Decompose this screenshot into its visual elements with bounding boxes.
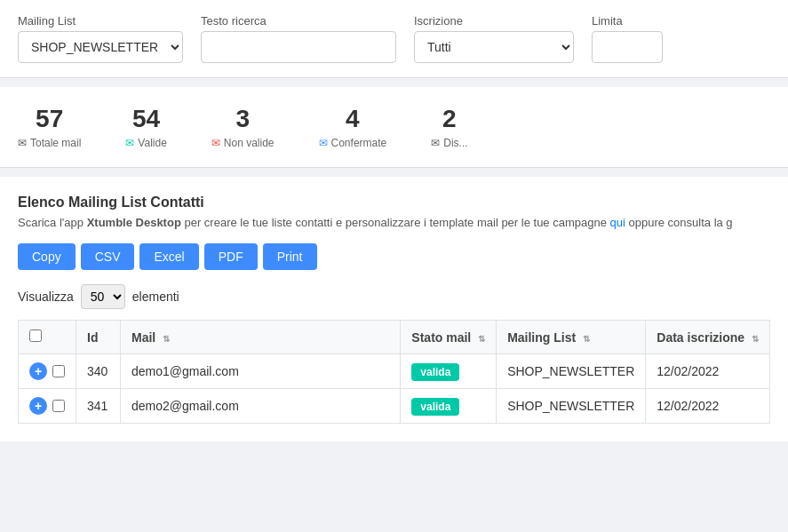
testo-ricerca-input[interactable] <box>201 31 396 63</box>
row-actions-cell: + <box>19 354 76 389</box>
row-actions: + <box>29 397 65 415</box>
stat-confermate-number: 4 <box>346 105 360 133</box>
row-actions: + <box>29 362 65 380</box>
table-row: + 341 demo2@gmail.com valida SHOP_NEWSLE… <box>19 389 770 424</box>
stat-confermate: 4 ✉ Confermate <box>319 105 387 149</box>
mail-sort-icon[interactable]: ⇅ <box>163 334 170 344</box>
iscrizione-filter: Iscrizione Tutti <box>414 14 574 63</box>
contacts-table: Id Mail ⇅ Stato mail ⇅ Mailing List ⇅ Da… <box>18 320 770 424</box>
elementi-label: elementi <box>132 290 179 304</box>
mail-icon: ✉ <box>18 137 27 149</box>
mail-valide-icon: ✉ <box>125 137 134 149</box>
stat-totale-label: ✉ Totale mail <box>18 137 81 149</box>
testo-ricerca-label: Testo ricerca <box>201 14 396 28</box>
cell-mail: demo1@gmail.com <box>121 354 401 389</box>
cell-mail: demo2@gmail.com <box>121 389 401 424</box>
add-row-button[interactable]: + <box>29 362 47 380</box>
print-button[interactable]: Print <box>263 243 317 270</box>
section-title: Elenco Mailing List Contatti <box>18 195 770 210</box>
visualizza-row: Visualizza 50 elementi <box>18 284 770 309</box>
mailing-list-select[interactable]: SHOP_NEWSLETTER <box>18 31 183 63</box>
cell-stato: valida <box>401 354 497 389</box>
stats-bar: 57 ✉ Totale mail 54 ✉ Valide 3 ✉ Non val… <box>0 87 788 168</box>
stat-totale: 57 ✉ Totale mail <box>18 105 81 149</box>
stat-valide-number: 54 <box>132 105 160 133</box>
visualizza-select[interactable]: 50 <box>81 284 125 309</box>
stat-nonvalide: 3 ✉ Non valide <box>211 105 275 149</box>
limite-input[interactable]: 1000 <box>592 31 663 63</box>
limite-label: Limita <box>592 14 663 28</box>
stato-badge: valida <box>411 398 459 416</box>
th-stato-mail: Stato mail ⇅ <box>401 321 497 354</box>
row-checkbox[interactable] <box>52 400 65 412</box>
cell-id: 341 <box>76 389 121 424</box>
stat-dis-number: 2 <box>442 105 457 133</box>
qui-link[interactable]: qui <box>610 216 625 229</box>
main-section: Elenco Mailing List Contatti Scarica l'a… <box>0 177 788 441</box>
action-buttons: Copy CSV Excel PDF Print <box>18 243 770 270</box>
table-row: + 340 demo1@gmail.com valida SHOP_NEWSLE… <box>19 354 770 389</box>
csv-button[interactable]: CSV <box>81 243 135 270</box>
th-checkbox <box>19 321 76 354</box>
stat-dis-label: ✉ Dis... <box>431 137 467 149</box>
stat-nonvalide-number: 3 <box>235 105 250 133</box>
stat-valide-label: ✉ Valide <box>125 137 166 149</box>
mail-confermate-icon: ✉ <box>319 137 328 149</box>
stat-dis: 2 ✉ Dis... <box>431 105 467 149</box>
iscrizione-select[interactable]: Tutti <box>414 31 574 63</box>
add-row-button[interactable]: + <box>29 397 47 415</box>
stat-confermate-label: ✉ Confermate <box>319 137 387 149</box>
mailing-list-label: Mailing List <box>18 14 183 28</box>
cell-stato: valida <box>401 389 497 424</box>
filter-bar: Mailing List SHOP_NEWSLETTER Testo ricer… <box>0 0 788 78</box>
stat-valide: 54 ✉ Valide <box>125 105 166 149</box>
limite-filter: Limita 1000 <box>592 14 663 63</box>
mail-nonvalide-icon: ✉ <box>211 137 220 149</box>
cell-mailing-list: SHOP_NEWSLETTER <box>497 389 646 424</box>
select-all-checkbox[interactable] <box>29 330 42 342</box>
data-sort-icon[interactable]: ⇅ <box>752 334 759 344</box>
mail-dis-icon: ✉ <box>431 137 440 149</box>
cell-data-iscrizione: 12/02/2022 <box>646 389 770 424</box>
mlist-sort-icon[interactable]: ⇅ <box>583 334 590 344</box>
stat-totale-number: 57 <box>36 105 63 133</box>
mailing-list-filter: Mailing List SHOP_NEWSLETTER <box>18 14 183 63</box>
row-actions-cell: + <box>19 389 76 424</box>
th-mailing-list: Mailing List ⇅ <box>497 321 646 354</box>
th-data-iscrizione: Data iscrizione ⇅ <box>646 321 770 354</box>
section-subtitle: Scarica l'app Xtumble Desktop per creare… <box>18 216 770 229</box>
stato-badge: valida <box>411 363 459 381</box>
th-mail: Mail ⇅ <box>121 321 401 354</box>
visualizza-label: Visualizza <box>18 290 74 304</box>
table-header-row: Id Mail ⇅ Stato mail ⇅ Mailing List ⇅ Da… <box>19 321 770 354</box>
pdf-button[interactable]: PDF <box>204 243 258 270</box>
th-id: Id <box>76 321 121 354</box>
cell-id: 340 <box>76 354 121 389</box>
cell-mailing-list: SHOP_NEWSLETTER <box>497 354 646 389</box>
testo-ricerca-filter: Testo ricerca <box>201 14 396 63</box>
iscrizione-label: Iscrizione <box>414 14 574 28</box>
stato-sort-icon[interactable]: ⇅ <box>478 334 485 344</box>
excel-button[interactable]: Excel <box>139 243 198 270</box>
stat-nonvalide-label: ✉ Non valide <box>211 137 275 149</box>
cell-data-iscrizione: 12/02/2022 <box>646 354 770 389</box>
copy-button[interactable]: Copy <box>18 243 76 270</box>
row-checkbox[interactable] <box>52 365 65 377</box>
